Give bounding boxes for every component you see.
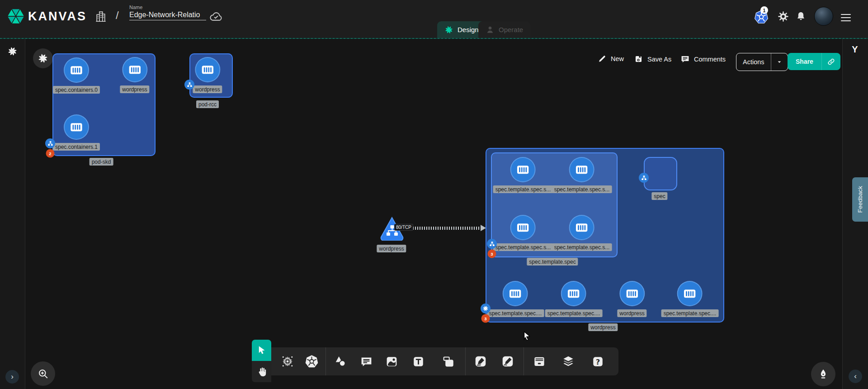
kanvas-logo-icon (6, 7, 25, 26)
container-icon (683, 286, 697, 301)
share-button[interactable]: Share (788, 58, 821, 65)
floppy-icon (634, 54, 643, 64)
container-node-wordpress-rcc[interactable]: wordpress (193, 57, 222, 93)
zoom-search-button[interactable] (31, 361, 55, 386)
pencil-scribble-icon (501, 355, 514, 368)
header-accent-line (0, 38, 868, 39)
container-node-template-1[interactable]: spec.template.spec.s... (552, 157, 612, 193)
container-icon (127, 62, 142, 77)
container-node-template-0[interactable]: spec.template.spec.s... (493, 157, 553, 193)
image-icon (385, 355, 398, 368)
edge-port-label: 80/TCP (394, 224, 413, 231)
share-label: Share (796, 58, 813, 65)
template-group-count-badge: 3 (488, 250, 496, 258)
toolbar-divider (524, 347, 524, 375)
container-icon (69, 63, 84, 77)
settings-button[interactable] (777, 10, 789, 23)
drawer-tool-button[interactable] (529, 351, 549, 371)
container-node-template-3[interactable]: spec.template.spec.s... (552, 215, 612, 251)
template-group-connection-badge[interactable] (487, 239, 497, 249)
select-tool-button[interactable] (252, 340, 271, 361)
design-name-field: Name (129, 5, 206, 20)
actions-main[interactable]: Actions (736, 53, 771, 71)
kubernetes-tool-button[interactable] (302, 351, 321, 371)
pod-rcc-connection-badge[interactable] (184, 80, 194, 90)
comment-icon (360, 355, 373, 368)
meshery-spiral-icon[interactable] (7, 46, 18, 57)
toolbar-divider (326, 347, 326, 375)
user-avatar[interactable] (814, 7, 833, 26)
app-header: KANVAS / Name Design Operate 1 (0, 0, 868, 38)
note-tool-button[interactable] (439, 351, 458, 371)
text-tool-button[interactable] (408, 351, 428, 371)
pod-skd-connection-badge[interactable] (45, 138, 55, 148)
expand-right-panel-button[interactable]: ‹ (849, 370, 862, 383)
feedback-tab[interactable]: Feedback (852, 177, 868, 222)
menu-button[interactable] (841, 12, 851, 24)
gear-icon (777, 10, 789, 23)
chevron-left-icon: ‹ (854, 372, 857, 381)
operate-person-icon (486, 25, 495, 34)
tab-design-label: Design (458, 26, 479, 33)
magnifier-plus-icon (37, 368, 49, 380)
save-as-button[interactable]: Save As (634, 54, 671, 64)
tab-operate-label: Operate (499, 26, 523, 33)
node-label: spec.template.spec.s... (493, 185, 553, 193)
comments-button[interactable]: Comments (680, 54, 726, 64)
copy-link-button[interactable] (822, 57, 840, 66)
layers-tool-button[interactable] (558, 351, 578, 371)
container-icon (516, 220, 530, 235)
canvas-spiral-button[interactable] (33, 48, 53, 68)
annotate-pen-button[interactable] (811, 362, 835, 386)
node-label: spec.template.spec.... (661, 309, 719, 317)
container-node-deploy-0[interactable]: spec.template.spec.... (487, 281, 544, 317)
tab-operate[interactable]: Operate (478, 21, 530, 38)
container-node-wordpress-1[interactable]: wordpress (120, 57, 149, 93)
k8s-context-button[interactable]: 1 (754, 10, 769, 24)
service-edge[interactable] (404, 227, 481, 230)
pan-tool-button[interactable] (252, 361, 271, 382)
spec-node[interactable] (644, 157, 677, 190)
components-tool-button[interactable] (278, 351, 297, 371)
save-status-button[interactable] (209, 11, 223, 22)
container-node-deploy-1[interactable]: spec.template.spec.... (545, 281, 603, 317)
container-node-spec-containers-0[interactable]: spec.containers.0 (53, 57, 100, 94)
help-tool-button[interactable] (588, 351, 608, 371)
sketch-tool-button[interactable] (498, 351, 518, 371)
share-button-group[interactable]: Share (788, 53, 840, 70)
design-name-input[interactable] (129, 10, 206, 20)
notifications-button[interactable] (795, 11, 807, 22)
container-icon (69, 120, 84, 134)
text-icon (412, 355, 425, 368)
container-node-deploy-3[interactable]: spec.template.spec.... (661, 281, 719, 317)
breadcrumb-separator: / (116, 9, 119, 22)
node-label: spec.template.spec.s... (493, 243, 553, 251)
container-node-template-2[interactable]: spec.template.spec.s... (493, 215, 553, 251)
new-button[interactable]: New (598, 54, 624, 63)
container-node-deploy-2[interactable]: wordpress (617, 281, 646, 317)
node-label: wordpress (617, 309, 646, 317)
container-circle (510, 215, 536, 240)
drawer-icon (533, 355, 546, 368)
k8s-context-count-badge: 1 (760, 6, 768, 14)
container-circle (64, 114, 89, 140)
comment-tool-button[interactable] (356, 351, 376, 371)
image-tool-button[interactable] (382, 351, 401, 371)
actions-caret[interactable] (771, 53, 788, 71)
actions-dropdown[interactable]: Actions (736, 53, 788, 71)
spec-node-connection-badge[interactable] (639, 173, 649, 183)
chip-icon (281, 355, 294, 368)
spiral-icon (482, 305, 489, 312)
container-circle (195, 57, 220, 82)
expand-left-panel-button[interactable]: › (5, 370, 19, 384)
shapes-tool-button[interactable] (330, 351, 350, 371)
y-tool-icon[interactable]: Y (849, 44, 861, 55)
design-spiral-icon (444, 25, 453, 34)
pen-tool-button[interactable] (471, 351, 491, 371)
node-label: spec.template.spec.... (545, 309, 603, 317)
deployment-collapse-badge[interactable] (481, 304, 491, 313)
container-circle (561, 281, 586, 306)
design-name-label: Name (129, 5, 206, 10)
organization-button[interactable] (94, 9, 108, 23)
container-node-spec-containers-1[interactable]: spec.containers.1 (53, 114, 100, 151)
